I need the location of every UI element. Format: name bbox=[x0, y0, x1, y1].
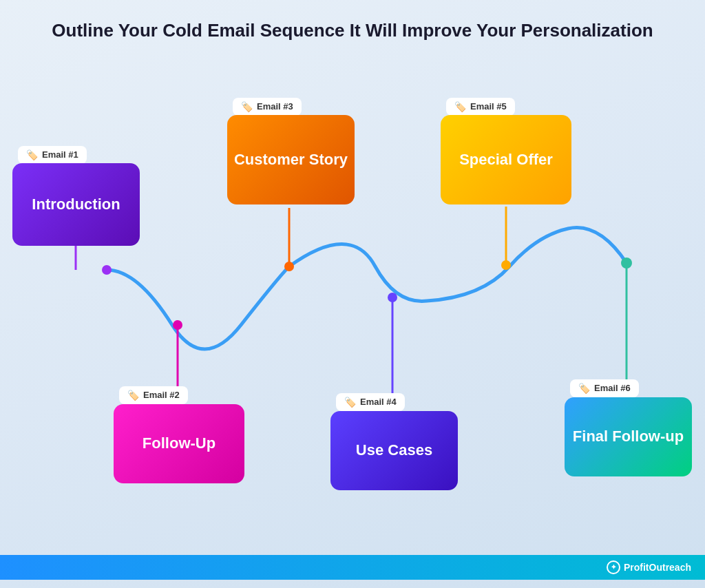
svg-point-5 bbox=[173, 320, 182, 330]
email-1-title: Introduction bbox=[32, 196, 120, 213]
email-card-5: 🏷️ Email #5 Special Offer bbox=[441, 98, 571, 204]
email-6-title: Final Follow-up bbox=[573, 428, 684, 445]
main-title: Outline Your Cold Email Sequence It Will… bbox=[0, 0, 705, 50]
brand-logo: ✦ ProfitOutreach bbox=[607, 560, 691, 574]
email-2-label: 🏷️ Email #2 bbox=[119, 386, 188, 404]
email-3-body: Customer Story bbox=[227, 115, 355, 204]
email-card-2: Follow-Up 🏷️ Email #2 bbox=[114, 387, 244, 483]
email-3-label: 🏷️ Email #3 bbox=[233, 98, 302, 116]
email-card-3: 🏷️ Email #3 Customer Story bbox=[227, 98, 355, 204]
email-6-body: Final Follow-up bbox=[565, 397, 692, 476]
email-1-label: 🏷️ Email #1 bbox=[18, 146, 87, 164]
email-2-icon: 🏷️ bbox=[127, 390, 139, 401]
email-card-4: Use Cases 🏷️ Email #4 bbox=[330, 394, 458, 490]
email-6-label: 🏷️ Email #6 bbox=[570, 379, 639, 397]
email-4-title: Use Cases bbox=[356, 441, 432, 459]
svg-point-3 bbox=[284, 262, 294, 271]
email-3-title: Customer Story bbox=[234, 151, 348, 169]
email-5-title: Special Offer bbox=[459, 151, 553, 169]
svg-point-9 bbox=[501, 260, 511, 270]
email-4-label: 🏷️ Email #4 bbox=[336, 393, 405, 411]
email-2-body: Follow-Up bbox=[114, 404, 244, 483]
brand-bar: ✦ ProfitOutreach bbox=[0, 555, 705, 580]
email-5-icon: 🏷️ bbox=[454, 101, 466, 112]
svg-point-1 bbox=[102, 265, 112, 275]
email-3-icon: 🏷️ bbox=[241, 101, 253, 112]
logo-icon: ✦ bbox=[607, 560, 620, 574]
email-6-icon: 🏷️ bbox=[578, 383, 590, 394]
email-card-6: Final Follow-up 🏷️ Email #6 bbox=[565, 380, 692, 476]
email-4-body: Use Cases bbox=[330, 411, 458, 490]
svg-point-11 bbox=[621, 258, 632, 269]
diagram-area: 🏷️ Email #1 Introduction Follow-Up 🏷️ Em… bbox=[0, 56, 705, 580]
email-2-title: Follow-Up bbox=[143, 434, 215, 452]
email-card-1: 🏷️ Email #1 Introduction bbox=[12, 146, 140, 246]
email-4-icon: 🏷️ bbox=[344, 397, 356, 408]
email-1-icon: 🏷️ bbox=[26, 149, 38, 160]
svg-point-7 bbox=[388, 293, 397, 302]
email-1-body: Introduction bbox=[12, 163, 140, 246]
email-5-body: Special Offer bbox=[441, 115, 571, 204]
email-5-label: 🏷️ Email #5 bbox=[446, 98, 515, 116]
brand-name: ProfitOutreach bbox=[624, 562, 691, 573]
